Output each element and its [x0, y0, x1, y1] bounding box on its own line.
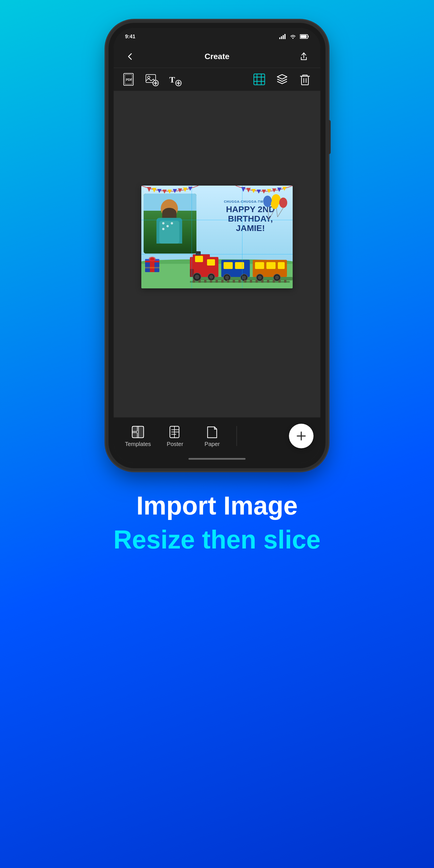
svg-point-49 — [263, 195, 272, 207]
birthday-card[interactable]: CHUGGA-CHUGGA-TWO-TWO! Happy 2nd Birthda… — [141, 186, 293, 288]
add-image-icon — [145, 72, 159, 87]
svg-rect-92 — [227, 280, 229, 283]
svg-rect-71 — [223, 262, 233, 269]
tab-poster[interactable]: Poster — [156, 425, 194, 447]
svg-rect-95 — [244, 280, 246, 283]
nav-title: Create — [205, 52, 229, 61]
top-nav: Create — [114, 45, 320, 68]
pdf-icon: PDF — [122, 72, 136, 87]
bottom-text-section: Import Image Resize then slice — [113, 491, 320, 555]
svg-point-58 — [150, 257, 154, 260]
svg-rect-86 — [193, 280, 195, 283]
svg-point-82 — [258, 276, 262, 280]
svg-point-74 — [225, 276, 229, 280]
layers-button[interactable] — [274, 71, 291, 88]
toolbar: PDF T — [114, 68, 320, 91]
wifi-icon — [289, 34, 297, 39]
svg-rect-6 — [308, 36, 309, 37]
svg-marker-27 — [147, 187, 151, 192]
share-icon — [300, 52, 308, 61]
svg-point-67 — [195, 275, 199, 279]
svg-rect-59 — [145, 267, 160, 269]
svg-rect-88 — [204, 280, 207, 283]
svg-point-12 — [148, 76, 150, 79]
svg-rect-78 — [255, 262, 264, 269]
share-button[interactable] — [295, 48, 312, 65]
back-button[interactable] — [122, 48, 139, 65]
svg-line-50 — [268, 207, 269, 220]
svg-marker-31 — [167, 190, 172, 194]
svg-rect-0 — [279, 37, 280, 39]
trash-icon — [299, 73, 311, 86]
svg-rect-104 — [132, 426, 137, 431]
poster-icon — [168, 425, 182, 439]
paper-icon — [205, 425, 219, 439]
grid-icon — [253, 73, 266, 86]
add-text-icon: T — [167, 72, 182, 87]
phone-screen: 9:41 — [114, 28, 320, 463]
grid-button[interactable] — [251, 71, 268, 88]
svg-point-4 — [292, 38, 293, 39]
svg-rect-2 — [283, 35, 284, 39]
svg-rect-87 — [198, 280, 201, 283]
svg-rect-91 — [221, 280, 223, 283]
svg-line-52 — [269, 209, 275, 220]
chevron-left-icon — [126, 53, 134, 61]
svg-rect-98 — [261, 280, 264, 283]
svg-rect-3 — [284, 34, 285, 39]
trash-button[interactable] — [297, 71, 313, 88]
tab-items: Templates — [119, 425, 315, 447]
fab-button[interactable] — [289, 424, 313, 448]
svg-point-76 — [242, 276, 246, 280]
svg-rect-80 — [278, 262, 285, 269]
svg-rect-90 — [216, 280, 218, 283]
svg-text:PDF: PDF — [126, 78, 132, 82]
status-bar: 9:41 — [114, 28, 320, 45]
svg-rect-72 — [235, 262, 244, 269]
svg-point-51 — [271, 199, 278, 209]
svg-rect-106 — [138, 426, 144, 438]
svg-rect-97 — [255, 280, 258, 283]
birthday-text-area: CHUGGA-CHUGGA-TWO-TWO! Happy 2nd Birthda… — [211, 191, 290, 233]
svg-point-84 — [275, 276, 279, 280]
pdf-button[interactable]: PDF — [121, 71, 137, 88]
svg-rect-79 — [267, 262, 276, 269]
svg-rect-96 — [250, 280, 252, 283]
add-image-button[interactable] — [143, 71, 160, 88]
resize-subtitle: Resize then slice — [113, 525, 320, 555]
balloons-left — [256, 194, 282, 231]
paper-label: Paper — [205, 441, 220, 447]
tab-templates[interactable]: Templates — [119, 425, 156, 447]
svg-rect-94 — [239, 280, 241, 283]
battery-icon — [300, 34, 309, 39]
svg-rect-105 — [132, 433, 137, 438]
svg-rect-99 — [267, 280, 269, 283]
phone-wrapper: 9:41 — [108, 23, 326, 468]
train — [190, 251, 290, 283]
gift-box — [144, 253, 161, 273]
svg-rect-102 — [284, 280, 286, 283]
svg-rect-1 — [281, 36, 282, 39]
home-bar — [188, 458, 246, 460]
tab-bar: Templates — [114, 417, 320, 455]
svg-rect-24 — [254, 74, 265, 85]
templates-icon — [131, 425, 145, 439]
svg-rect-64 — [207, 259, 215, 266]
import-title: Import Image — [136, 491, 298, 521]
tab-paper[interactable]: Paper — [194, 425, 231, 447]
svg-text:T: T — [169, 75, 175, 84]
poster-label: Poster — [167, 441, 183, 447]
svg-rect-7 — [300, 35, 307, 38]
svg-marker-30 — [162, 190, 167, 194]
canvas-area: CHUGGA-CHUGGA-TWO-TWO! Happy 2nd Birthda… — [114, 91, 320, 417]
tab-divider — [237, 426, 237, 446]
templates-label: Templates — [125, 441, 151, 447]
svg-rect-63 — [195, 256, 203, 262]
svg-point-69 — [209, 275, 213, 279]
svg-rect-100 — [273, 280, 275, 283]
plus-icon — [295, 430, 308, 442]
svg-rect-93 — [233, 280, 235, 283]
add-text-button[interactable]: T — [166, 71, 183, 88]
layers-icon — [276, 73, 289, 86]
svg-rect-101 — [278, 280, 281, 283]
